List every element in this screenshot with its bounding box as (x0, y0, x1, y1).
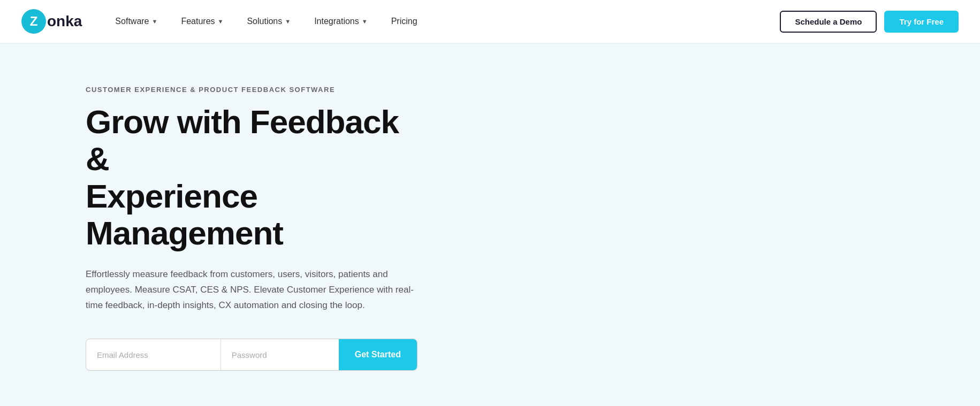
hero-eyebrow: CUSTOMER EXPERIENCE & PRODUCT FEEDBACK S… (86, 86, 417, 94)
nav-item-solutions[interactable]: Solutions ▼ (235, 0, 302, 43)
navbar: Z onka Software ▼ Features ▼ Solutions ▼… (0, 0, 980, 43)
nav-item-integrations[interactable]: Integrations ▼ (302, 0, 379, 43)
hero-subtitle: Effortlessly measure feedback from custo… (86, 267, 417, 313)
hero-title-line2: Experience Management (86, 178, 283, 251)
hero-section: CUSTOMER EXPERIENCE & PRODUCT FEEDBACK S… (0, 43, 417, 403)
chevron-down-icon: ▼ (362, 18, 368, 25)
hero-title: Grow with Feedback & Experience Manageme… (86, 103, 417, 252)
get-started-button[interactable]: Get Started (339, 339, 417, 370)
try-for-free-button[interactable]: Try for Free (884, 11, 959, 33)
logo-letter: Z (30, 14, 38, 29)
nav-links: Software ▼ Features ▼ Solutions ▼ Integr… (103, 0, 780, 43)
nav-label-features: Features (181, 17, 215, 26)
logo-badge: Z (21, 9, 46, 34)
nav-item-pricing[interactable]: Pricing (379, 0, 429, 43)
nav-cta: Schedule a Demo Try for Free (780, 11, 959, 33)
password-input[interactable] (221, 339, 339, 370)
logo-name: onka (47, 13, 82, 30)
chevron-down-icon: ▼ (285, 18, 291, 25)
hero-title-line1: Grow with Feedback & (86, 103, 399, 177)
signup-form: Get Started (86, 339, 417, 371)
chevron-down-icon: ▼ (152, 18, 158, 25)
nav-label-solutions: Solutions (247, 17, 282, 26)
nav-item-software[interactable]: Software ▼ (103, 0, 169, 43)
nav-label-integrations: Integrations (314, 17, 359, 26)
schedule-demo-button[interactable]: Schedule a Demo (780, 11, 877, 33)
email-input[interactable] (86, 339, 221, 370)
chevron-down-icon: ▼ (218, 18, 224, 25)
nav-label-software: Software (115, 17, 149, 26)
nav-item-features[interactable]: Features ▼ (169, 0, 235, 43)
nav-label-pricing: Pricing (391, 17, 417, 26)
logo[interactable]: Z onka (21, 9, 82, 34)
